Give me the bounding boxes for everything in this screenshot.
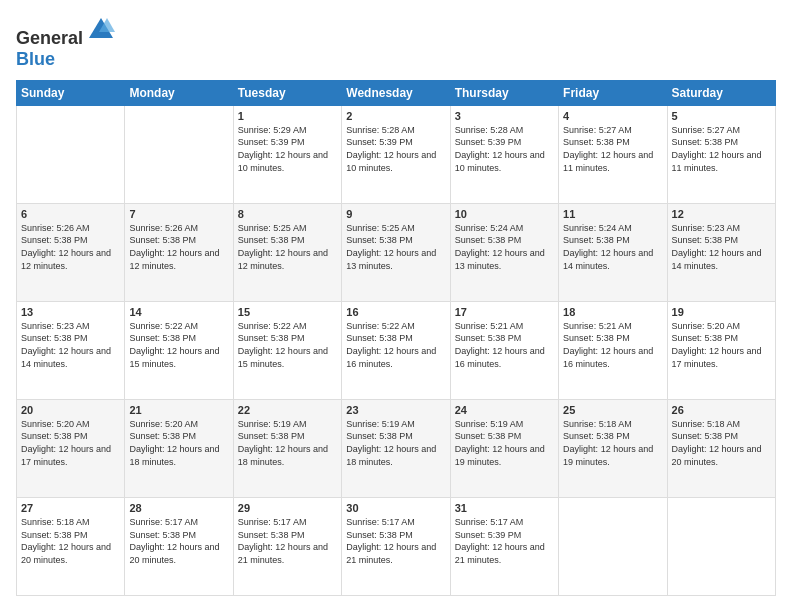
calendar-cell: 19Sunrise: 5:20 AM Sunset: 5:38 PM Dayli… xyxy=(667,301,775,399)
header: General Blue xyxy=(16,16,776,70)
calendar-cell: 8Sunrise: 5:25 AM Sunset: 5:38 PM Daylig… xyxy=(233,203,341,301)
day-info: Sunrise: 5:24 AM Sunset: 5:38 PM Dayligh… xyxy=(563,222,662,272)
day-number: 20 xyxy=(21,404,120,416)
day-info: Sunrise: 5:17 AM Sunset: 5:38 PM Dayligh… xyxy=(238,516,337,566)
day-number: 6 xyxy=(21,208,120,220)
calendar-cell: 4Sunrise: 5:27 AM Sunset: 5:38 PM Daylig… xyxy=(559,105,667,203)
calendar-cell: 18Sunrise: 5:21 AM Sunset: 5:38 PM Dayli… xyxy=(559,301,667,399)
day-info: Sunrise: 5:17 AM Sunset: 5:39 PM Dayligh… xyxy=(455,516,554,566)
logo-text: General Blue xyxy=(16,16,115,70)
calendar-cell: 12Sunrise: 5:23 AM Sunset: 5:38 PM Dayli… xyxy=(667,203,775,301)
day-info: Sunrise: 5:27 AM Sunset: 5:38 PM Dayligh… xyxy=(672,124,771,174)
day-number: 14 xyxy=(129,306,228,318)
day-info: Sunrise: 5:25 AM Sunset: 5:38 PM Dayligh… xyxy=(346,222,445,272)
day-number: 21 xyxy=(129,404,228,416)
calendar-cell: 3Sunrise: 5:28 AM Sunset: 5:39 PM Daylig… xyxy=(450,105,558,203)
day-number: 25 xyxy=(563,404,662,416)
day-number: 7 xyxy=(129,208,228,220)
day-number: 1 xyxy=(238,110,337,122)
calendar-cell: 16Sunrise: 5:22 AM Sunset: 5:38 PM Dayli… xyxy=(342,301,450,399)
day-info: Sunrise: 5:19 AM Sunset: 5:38 PM Dayligh… xyxy=(455,418,554,468)
day-info: Sunrise: 5:26 AM Sunset: 5:38 PM Dayligh… xyxy=(21,222,120,272)
day-info: Sunrise: 5:21 AM Sunset: 5:38 PM Dayligh… xyxy=(563,320,662,370)
calendar-cell: 11Sunrise: 5:24 AM Sunset: 5:38 PM Dayli… xyxy=(559,203,667,301)
day-info: Sunrise: 5:17 AM Sunset: 5:38 PM Dayligh… xyxy=(346,516,445,566)
logo: General Blue xyxy=(16,16,115,70)
weekday-header-sunday: Sunday xyxy=(17,80,125,105)
calendar-cell: 24Sunrise: 5:19 AM Sunset: 5:38 PM Dayli… xyxy=(450,399,558,497)
calendar-cell: 17Sunrise: 5:21 AM Sunset: 5:38 PM Dayli… xyxy=(450,301,558,399)
day-info: Sunrise: 5:18 AM Sunset: 5:38 PM Dayligh… xyxy=(672,418,771,468)
day-info: Sunrise: 5:24 AM Sunset: 5:38 PM Dayligh… xyxy=(455,222,554,272)
day-info: Sunrise: 5:29 AM Sunset: 5:39 PM Dayligh… xyxy=(238,124,337,174)
day-number: 19 xyxy=(672,306,771,318)
calendar-cell: 7Sunrise: 5:26 AM Sunset: 5:38 PM Daylig… xyxy=(125,203,233,301)
day-number: 11 xyxy=(563,208,662,220)
day-info: Sunrise: 5:28 AM Sunset: 5:39 PM Dayligh… xyxy=(455,124,554,174)
weekday-header-saturday: Saturday xyxy=(667,80,775,105)
day-number: 26 xyxy=(672,404,771,416)
calendar-cell: 2Sunrise: 5:28 AM Sunset: 5:39 PM Daylig… xyxy=(342,105,450,203)
calendar-cell: 6Sunrise: 5:26 AM Sunset: 5:38 PM Daylig… xyxy=(17,203,125,301)
day-info: Sunrise: 5:18 AM Sunset: 5:38 PM Dayligh… xyxy=(21,516,120,566)
calendar-cell: 31Sunrise: 5:17 AM Sunset: 5:39 PM Dayli… xyxy=(450,497,558,595)
day-number: 15 xyxy=(238,306,337,318)
day-info: Sunrise: 5:17 AM Sunset: 5:38 PM Dayligh… xyxy=(129,516,228,566)
day-number: 23 xyxy=(346,404,445,416)
day-number: 13 xyxy=(21,306,120,318)
day-info: Sunrise: 5:26 AM Sunset: 5:38 PM Dayligh… xyxy=(129,222,228,272)
logo-blue: Blue xyxy=(16,49,55,69)
logo-icon xyxy=(87,16,115,44)
weekday-header-tuesday: Tuesday xyxy=(233,80,341,105)
day-info: Sunrise: 5:23 AM Sunset: 5:38 PM Dayligh… xyxy=(672,222,771,272)
day-info: Sunrise: 5:28 AM Sunset: 5:39 PM Dayligh… xyxy=(346,124,445,174)
calendar-cell: 14Sunrise: 5:22 AM Sunset: 5:38 PM Dayli… xyxy=(125,301,233,399)
week-row-4: 20Sunrise: 5:20 AM Sunset: 5:38 PM Dayli… xyxy=(17,399,776,497)
day-info: Sunrise: 5:20 AM Sunset: 5:38 PM Dayligh… xyxy=(21,418,120,468)
calendar-cell: 26Sunrise: 5:18 AM Sunset: 5:38 PM Dayli… xyxy=(667,399,775,497)
calendar-cell: 29Sunrise: 5:17 AM Sunset: 5:38 PM Dayli… xyxy=(233,497,341,595)
calendar-cell: 23Sunrise: 5:19 AM Sunset: 5:38 PM Dayli… xyxy=(342,399,450,497)
weekday-header-wednesday: Wednesday xyxy=(342,80,450,105)
week-row-2: 6Sunrise: 5:26 AM Sunset: 5:38 PM Daylig… xyxy=(17,203,776,301)
calendar: SundayMondayTuesdayWednesdayThursdayFrid… xyxy=(16,80,776,596)
day-number: 24 xyxy=(455,404,554,416)
weekday-header-row: SundayMondayTuesdayWednesdayThursdayFrid… xyxy=(17,80,776,105)
calendar-cell xyxy=(17,105,125,203)
day-info: Sunrise: 5:20 AM Sunset: 5:38 PM Dayligh… xyxy=(672,320,771,370)
calendar-cell: 25Sunrise: 5:18 AM Sunset: 5:38 PM Dayli… xyxy=(559,399,667,497)
calendar-cell: 28Sunrise: 5:17 AM Sunset: 5:38 PM Dayli… xyxy=(125,497,233,595)
calendar-cell: 15Sunrise: 5:22 AM Sunset: 5:38 PM Dayli… xyxy=(233,301,341,399)
page: General Blue SundayMondayTuesdayWednesda… xyxy=(0,0,792,612)
calendar-cell xyxy=(125,105,233,203)
calendar-cell: 20Sunrise: 5:20 AM Sunset: 5:38 PM Dayli… xyxy=(17,399,125,497)
calendar-cell: 10Sunrise: 5:24 AM Sunset: 5:38 PM Dayli… xyxy=(450,203,558,301)
weekday-header-friday: Friday xyxy=(559,80,667,105)
week-row-1: 1Sunrise: 5:29 AM Sunset: 5:39 PM Daylig… xyxy=(17,105,776,203)
day-number: 30 xyxy=(346,502,445,514)
calendar-cell: 22Sunrise: 5:19 AM Sunset: 5:38 PM Dayli… xyxy=(233,399,341,497)
day-number: 10 xyxy=(455,208,554,220)
day-number: 18 xyxy=(563,306,662,318)
day-info: Sunrise: 5:25 AM Sunset: 5:38 PM Dayligh… xyxy=(238,222,337,272)
day-number: 27 xyxy=(21,502,120,514)
day-number: 12 xyxy=(672,208,771,220)
day-info: Sunrise: 5:23 AM Sunset: 5:38 PM Dayligh… xyxy=(21,320,120,370)
calendar-cell: 1Sunrise: 5:29 AM Sunset: 5:39 PM Daylig… xyxy=(233,105,341,203)
calendar-cell: 13Sunrise: 5:23 AM Sunset: 5:38 PM Dayli… xyxy=(17,301,125,399)
day-number: 9 xyxy=(346,208,445,220)
day-info: Sunrise: 5:21 AM Sunset: 5:38 PM Dayligh… xyxy=(455,320,554,370)
day-info: Sunrise: 5:22 AM Sunset: 5:38 PM Dayligh… xyxy=(346,320,445,370)
day-number: 17 xyxy=(455,306,554,318)
day-info: Sunrise: 5:27 AM Sunset: 5:38 PM Dayligh… xyxy=(563,124,662,174)
weekday-header-thursday: Thursday xyxy=(450,80,558,105)
calendar-cell xyxy=(559,497,667,595)
calendar-cell: 9Sunrise: 5:25 AM Sunset: 5:38 PM Daylig… xyxy=(342,203,450,301)
day-info: Sunrise: 5:19 AM Sunset: 5:38 PM Dayligh… xyxy=(346,418,445,468)
day-number: 8 xyxy=(238,208,337,220)
day-info: Sunrise: 5:22 AM Sunset: 5:38 PM Dayligh… xyxy=(129,320,228,370)
weekday-header-monday: Monday xyxy=(125,80,233,105)
day-number: 2 xyxy=(346,110,445,122)
day-number: 28 xyxy=(129,502,228,514)
day-info: Sunrise: 5:20 AM Sunset: 5:38 PM Dayligh… xyxy=(129,418,228,468)
